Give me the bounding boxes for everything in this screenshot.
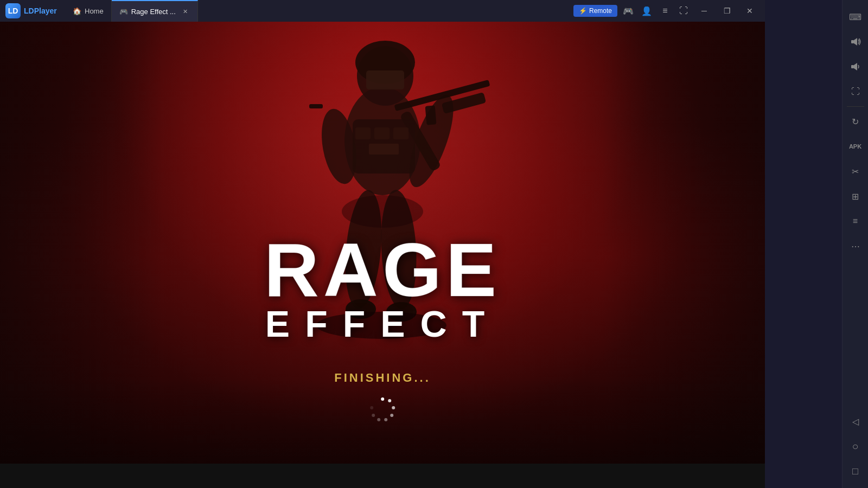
rage-title: RAGE xyxy=(264,232,501,308)
more-icon-btn[interactable]: ⋯ xyxy=(845,235,866,257)
svg-point-21 xyxy=(342,195,423,228)
svg-point-27 xyxy=(377,418,380,421)
home-tab[interactable]: 🏠 Home xyxy=(65,0,112,22)
svg-rect-13 xyxy=(393,127,409,139)
loading-spinner xyxy=(369,396,396,423)
remote-button[interactable]: ⚡ Remote xyxy=(573,5,617,17)
list-icon-btn[interactable]: ≡ xyxy=(845,210,866,232)
active-game-tab[interactable]: 🎮 Rage Effect ... ✕ xyxy=(112,0,198,22)
svg-point-25 xyxy=(390,414,393,417)
bottom-bar xyxy=(0,464,765,488)
effect-title: EFFECT xyxy=(264,303,501,345)
svg-point-29 xyxy=(370,406,373,409)
home-tab-label: Home xyxy=(85,7,104,15)
close-btn[interactable]: ✕ xyxy=(740,3,760,18)
home-tab-icon: 🏠 xyxy=(73,7,81,15)
tabs-area: 🏠 Home 🎮 Rage Effect ... ✕ xyxy=(65,0,568,22)
svg-rect-12 xyxy=(374,127,390,139)
restore-btn[interactable]: ❐ xyxy=(717,3,737,18)
user-icon-btn[interactable]: 👤 xyxy=(639,3,654,18)
svg-rect-20 xyxy=(309,104,323,108)
svg-rect-3 xyxy=(366,70,404,89)
sidebar-divider-1 xyxy=(847,106,864,107)
tab-close-btn[interactable]: ✕ xyxy=(181,7,190,16)
cut-icon-btn[interactable]: ✂ xyxy=(845,160,866,182)
svg-rect-14 xyxy=(369,144,399,155)
apk-icon-btn[interactable]: APK xyxy=(845,136,866,157)
svg-rect-30 xyxy=(851,40,854,43)
sync-icon-btn[interactable]: ↻ xyxy=(845,111,866,132)
square-btn[interactable]: □ xyxy=(845,460,866,482)
logo-text: LDPlayer xyxy=(24,7,57,15)
logo-area: LD LDPlayer xyxy=(0,3,65,18)
loading-area: FINISHING... xyxy=(334,371,431,423)
volume-up-icon-btn[interactable] xyxy=(845,31,866,53)
svg-rect-11 xyxy=(355,127,371,139)
svg-marker-31 xyxy=(854,38,857,46)
game-tab-icon: 🎮 xyxy=(119,8,128,16)
gamepad-icon-btn[interactable]: 🎮 xyxy=(621,3,636,18)
keyboard-icon-btn[interactable]: ⌨ xyxy=(845,6,866,28)
minimize-btn[interactable]: ─ xyxy=(694,3,714,18)
svg-marker-33 xyxy=(854,63,857,70)
svg-rect-32 xyxy=(851,65,854,68)
main-content: RAGE EFFECT FINISHING... xyxy=(0,22,765,488)
volume-down-icon xyxy=(850,61,861,72)
svg-rect-9 xyxy=(425,105,437,125)
volume-down-icon-btn[interactable] xyxy=(845,56,866,78)
right-sidebar: ⌨ ⛶ ↻ APK ✂ ⊞ ≡ ⋯ ◁ ○ □ xyxy=(842,0,868,488)
screenshot-icon-btn[interactable]: ⛶ xyxy=(845,81,866,102)
remote-label: Remote xyxy=(589,7,612,15)
spinner-svg xyxy=(369,396,396,423)
menu-icon-btn[interactable]: ≡ xyxy=(658,3,673,18)
svg-point-22 xyxy=(381,397,384,401)
grid-icon-btn[interactable]: ⊞ xyxy=(845,185,866,207)
svg-point-23 xyxy=(388,399,391,402)
volume-up-icon xyxy=(850,36,861,47)
back-icon-btn[interactable]: ◁ xyxy=(845,410,866,432)
ldplayer-logo-icon: LD xyxy=(5,3,21,18)
svg-point-28 xyxy=(372,414,375,417)
loading-text: FINISHING... xyxy=(334,371,431,385)
active-tab-label: Rage Effect ... xyxy=(131,8,176,16)
home-circle-btn[interactable]: ○ xyxy=(845,435,866,457)
resize-icon-btn[interactable]: ⛶ xyxy=(676,3,691,18)
game-title-area: RAGE EFFECT xyxy=(264,232,501,345)
svg-point-24 xyxy=(392,406,395,409)
title-bar-right: ⚡ Remote 🎮 👤 ≡ ⛶ ─ ❐ ✕ xyxy=(568,3,765,18)
remote-icon: ⚡ xyxy=(579,7,587,15)
title-bar: LD LDPlayer 🏠 Home 🎮 Rage Effect ... ✕ ⚡… xyxy=(0,0,765,22)
svg-point-26 xyxy=(384,418,387,421)
